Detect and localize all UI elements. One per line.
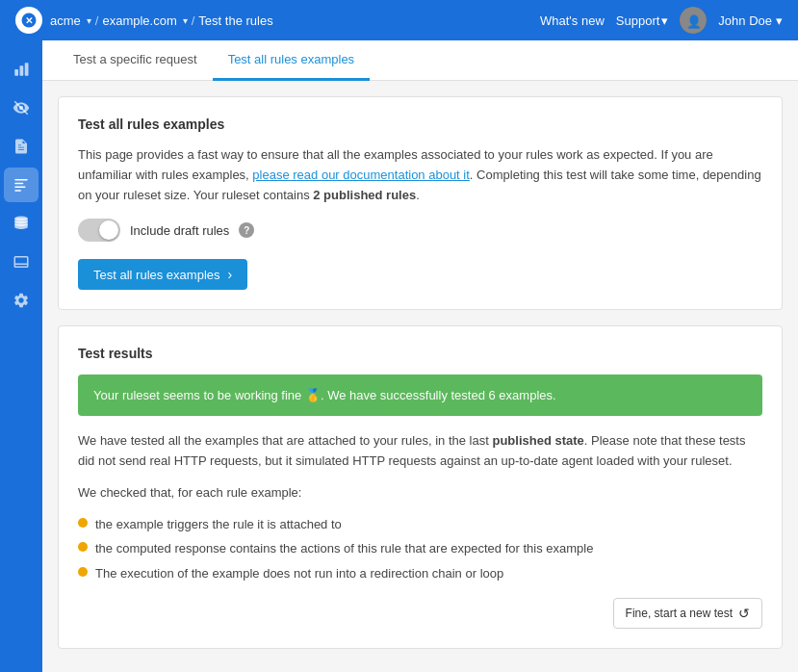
topnav: ✕ acme ▾ / example.com ▾ / Test the rule… [0,0,798,40]
topnav-right: What's new Support ▾ 👤 John Doe ▾ [540,7,783,34]
svg-text:✕: ✕ [25,15,33,26]
avatar: 👤 [680,7,707,34]
draft-rules-label: Include draft rules [130,223,229,238]
draft-rules-toggle[interactable] [78,219,120,242]
test-results-title: Test results [78,346,762,361]
user-name: John Doe [718,13,772,28]
check-list: the example triggers the rule it is atta… [78,515,762,583]
sidebar-item-database[interactable] [4,206,39,241]
orange-dot-icon [78,567,88,577]
breadcrumb-org[interactable]: acme [50,13,81,28]
content-area: Test all rules examples This page provid… [42,81,798,672]
test-rules-card-title: Test all rules examples [78,116,762,132]
help-icon[interactable]: ? [239,222,254,238]
new-test-button[interactable]: Fine, start a new test ↺ [613,598,762,629]
list-item: The execution of the example does not ru… [78,564,762,583]
svg-rect-6 [25,63,29,76]
sidebar-item-settings[interactable] [4,283,39,318]
test-all-rules-button[interactable]: Test all rules examples › [78,259,247,290]
toggle-knob [99,220,118,240]
layout: Test a specific request Test all rules e… [0,40,798,672]
result-para1: We have tested all the examples that are… [78,431,762,472]
tab-bar: Test a specific request Test all rules e… [42,40,798,81]
result-para2: We checked that, for each rule example: [78,483,762,504]
site-dropdown-icon[interactable]: ▾ [183,15,188,26]
sidebar-item-docs[interactable] [4,129,39,164]
list-item: the example triggers the rule it is atta… [78,515,762,534]
sidebar-item-profile[interactable] [4,245,39,279]
refresh-icon: ↺ [738,606,750,621]
result-para1-before: We have tested all the examples that are… [78,433,492,448]
docs-link[interactable]: please read our documentation about it [252,168,470,182]
breadcrumb: acme ▾ / example.com ▾ / Test the rules [50,13,273,28]
svg-rect-5 [20,65,24,76]
app-logo[interactable]: ✕ [15,7,42,34]
svg-rect-9 [14,183,23,185]
sidebar-item-dashboard[interactable] [4,52,39,87]
breadcrumb-page: Test the rules [198,13,272,28]
published-rules-count: 2 published rules [313,188,416,202]
main-content: Test a specific request Test all rules e… [42,40,798,672]
sidebar-item-rules[interactable] [4,168,39,202]
orange-dot-icon [78,518,88,528]
list-item: the computed response contains the actio… [78,539,762,558]
svg-rect-11 [14,190,21,192]
sidebar-item-analytics[interactable] [4,90,39,125]
svg-rect-8 [14,179,28,181]
button-arrow-icon: › [228,267,233,282]
draft-rules-toggle-row: Include draft rules ? [78,219,762,242]
test-results-card: Test results Your ruleset seems to be wo… [58,325,783,649]
svg-rect-10 [14,187,25,189]
test-rules-card: Test all rules examples This page provid… [58,96,783,310]
test-rules-description: This page provides a fast way to ensure … [78,145,762,205]
desc-end: . [416,188,420,202]
support-dropdown-icon: ▾ [661,13,668,28]
whats-new-link[interactable]: What's new [540,13,605,28]
svg-rect-4 [14,69,18,76]
support-link[interactable]: Support ▾ [616,13,669,28]
org-dropdown-icon[interactable]: ▾ [87,15,91,26]
sidebar [0,40,42,672]
result-para1-bold: published state [492,433,583,448]
user-menu[interactable]: John Doe ▾ [718,13,783,28]
svg-text:👤: 👤 [686,14,703,30]
user-dropdown-icon: ▾ [776,13,783,28]
new-test-row: Fine, start a new test ↺ [78,598,762,629]
breadcrumb-site[interactable]: example.com [102,13,176,28]
success-banner: Your ruleset seems to be working fine 🥇.… [78,375,762,416]
tab-all-rules-examples[interactable]: Test all rules examples [213,40,371,81]
orange-dot-icon [78,542,88,552]
tab-specific-request[interactable]: Test a specific request [58,40,213,81]
